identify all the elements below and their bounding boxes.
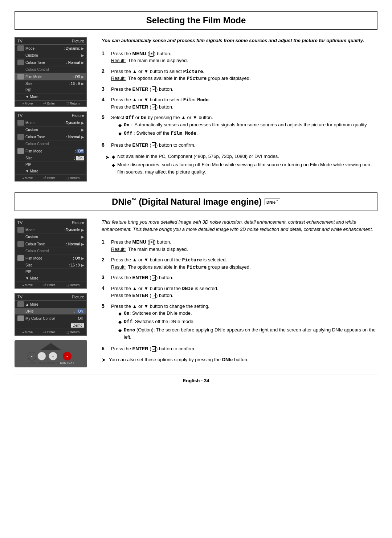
tv-menu-1-row-size: Size : 16 : 9 ▶ [15,81,86,87]
dnie-tv-menu-1: TV Picture Mode : Dynamic ▶ Custom ▶ Col… [15,219,87,289]
tv-menu-1-row-pip: PIP [15,87,86,94]
dnie-icon-2 [17,241,24,247]
tv-menu-2-footer: ⬧ Move ⏎ Enter ⬚ Return [15,175,86,181]
film-mode-content: TV Picture Mode : Dynamic ▶ Custom ▶ Col… [15,37,377,182]
step-6: 6 Press the ENTER (↵) button to confirm. [102,142,377,149]
tv-menu-2-right: Picture [72,113,84,118]
dnie-remote-btn[interactable]: ● [28,352,36,360]
page-footer: English - 34 [15,375,377,383]
dnie-tv-menu-1-header: TV Picture [15,219,86,226]
tv-menu-2-row-colourtone: Colour Tone : Normal ▶ [15,133,86,141]
dnie-menu2-row-demo: Demo [15,322,86,329]
dual-remote-btn[interactable]: ○ [49,352,57,360]
remote-buttons-area: ● DNIe ○ STILL ○ DUAL I-II ● SRS TSXT [15,340,87,367]
dnie-tv-menu-2: TV Picture ▲ More DNIe : On My Colour Co… [15,293,87,336]
tv-menu-1-row-colourcontrol: Colour Control [15,66,86,73]
dnie-icon-3 [17,255,24,261]
tv-menu-1-row-colourtone: Colour Tone : Normal ▶ [15,59,86,66]
section2-header: DNIe™ (Digital Natural Image engine) DNI… [15,192,377,211]
dnie-menu1-row-pip: PIP [15,269,86,275]
tv-menu-2: TV Picture Mode : Dynamic ▶ Custom ▶ Col… [15,111,87,182]
dnie-step-1: 1 Press the MENU (⊞) button. Result: The… [102,239,377,253]
dnie-remote-label: DNIe [29,361,35,364]
dnie-menu1-row-more: ▼ More [15,275,86,282]
dnie-step-2: 2 Press the ▲ or ▼ button until the Pict… [102,256,377,270]
dnie-on-val: On [77,309,84,313]
tv-menu-2-row-mode: Mode : Dynamic ▶ [15,119,86,127]
dnie-icon-4 [17,301,24,307]
tv-icon-speaker [17,45,24,51]
tv-icon-c2 [17,74,24,80]
still-remote-btn[interactable]: ○ [37,352,46,360]
section1: Selecting the Film Mode TV Picture Mode … [15,11,377,182]
dnie-intro: This feature bring you more detailed ima… [102,219,377,233]
tv-icon-2-c1 [17,134,24,140]
dnie-btn-col: ● DNIe [28,352,36,364]
section1-title: Selecting the Film Mode [23,15,369,25]
dnie-menu-icon-1: ⊞ [150,240,154,245]
tv-menu-2-header: TV Picture [15,112,86,119]
tv-icon-c1 [17,60,24,65]
tv-menu-2-row-more: ▼ More [15,168,86,175]
tv-menu-2-row-size: Size : On [15,155,86,162]
dnie-tv-menu-1-footer: ⬧ Move ⏎ Enter ⬚ Return [15,282,86,288]
film-mode-menus: TV Picture Mode : Dynamic ▶ Custom ▶ Col… [15,37,94,182]
srs-remote-label: SRS TSXT [60,361,74,364]
srs-btn-col: ● SRS TSXT [60,352,74,364]
tv-icon-2-speaker [17,120,24,126]
remote-btn-row: ● DNIe ○ STILL ○ DUAL I-II ● SRS TSXT [17,352,84,364]
tv-menu-1-header: TV Picture [15,38,86,45]
section1-header: Selecting the Film Mode [15,11,377,30]
tv-icon-2-c2 [17,148,24,154]
dual-btn-col: ○ DUAL I-II [47,352,59,364]
tv-menu-2-row-colourcontrol: Colour Control [15,141,86,147]
size-on-val: On [76,156,84,160]
dnie-content: TV Picture Mode : Dynamic ▶ Custom ▶ Col… [15,219,377,367]
film-mode-intro: You can automatically sense and process … [102,37,377,44]
dnie-step-3: 3 Press the ENTER (↵) button. [102,274,377,281]
tv-menu-1-footer: ⬧ Move ⏎ Enter ⬚ Return [15,100,86,106]
section2-title: DNIe™ (Digital Natural Image engine) [112,197,262,207]
dnie-enter-icon-2: ↵ [152,293,156,299]
page-footer-text: English - 34 [183,378,209,383]
srs-remote-btn[interactable]: ● [63,352,72,360]
dnie-icon-5 [17,315,24,321]
enter-icon-3: ↵ [152,142,156,148]
film-mode-steps: 1 Press the MENU (⊞) button. Result: The… [102,50,377,149]
still-btn-col: ○ STILL [37,352,46,364]
menu-icon: ⊞ [150,51,154,57]
enter-icon-2: ↵ [152,104,156,110]
step-2: 2 Press the ▲ or ▼ button to select Pict… [102,68,377,82]
tv-menu-2-row-pip: PIP [15,162,86,168]
tv-menu-2-left: TV [17,113,23,118]
tv-menu-1-row-mode: Mode : Dynamic ▶ [15,45,86,52]
remote-triangle [40,343,62,350]
dnie-step-6: 6 Press the ENTER (↵) button to confirm. [102,345,377,352]
dnie-step-4: 4 Press the ▲ or ▼ button until the DNIe… [102,285,377,299]
tv-menu-2-row-custom: Custom ▶ [15,127,86,133]
tv-menu-1-right: Picture [72,39,84,43]
dnie-menu1-row-filmmode: Film Mode : Off ▶ [15,254,86,262]
still-remote-label: STILL [38,361,45,364]
dnie-tv-menu-2-footer: ⬧ Move ⏎ Enter ⬚ Return [15,329,86,335]
dnie-step-5: 5 Press the ▲ or ▼ button to change the … [102,303,377,342]
tv-menu-1-row-filmmode: Film Mode : Off ▶ [15,73,86,81]
dnie-menu1-row-custom: Custom ▶ [15,234,86,240]
dnie-tip: ➤ You can also set these options simply … [102,356,377,364]
dnie-tv-menu-2-header: TV Picture [15,294,86,301]
tv-menu-1-left: TV [17,39,23,43]
film-note-row: ➤ ◆ Not available in the PC, Component (… [105,153,377,176]
dnie-menu1-row-colourtone: Colour Tone : Normal ▶ [15,240,86,248]
step-3: 3 Press the ENTER (↵) button. [102,86,377,93]
dnie-instructions: This feature bring you more detailed ima… [102,219,377,367]
filmmode-off-val: Off [77,149,84,153]
dnie-menu1-row-mode: Mode : Dynamic ▶ [15,226,86,234]
dnie-menu2-row-dnie: DNIe : On [15,308,86,315]
film-mode-instructions: You can automatically sense and process … [102,37,377,182]
step-5: 5 Select Off or On by pressing the ▲ or … [102,114,377,138]
section2: DNIe™ (Digital Natural Image engine) DNI… [15,192,377,367]
dnie-enter-icon-1: ↵ [152,275,156,281]
dnie-menu1-row-size: Size : 16 : 9 ▶ [15,262,86,269]
film-mode-notes: ➤ ◆ Not available in the PC, Component (… [105,153,377,176]
demo-val: Demo [71,323,84,328]
